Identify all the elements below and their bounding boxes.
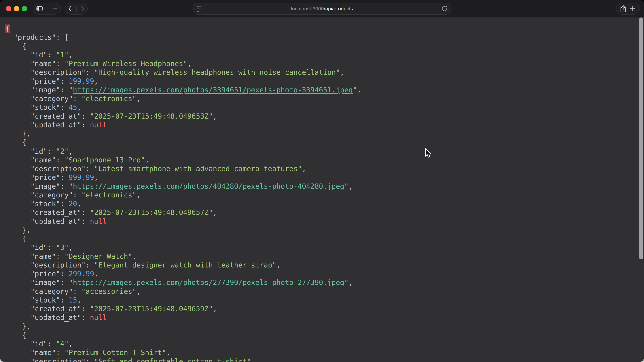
- sidebar-button-group: [33, 3, 61, 14]
- forward-button[interactable]: [81, 6, 84, 12]
- navigation-button-group: [65, 3, 88, 14]
- browser-window: localhost:3000/api/products: [0, 0, 644, 362]
- reload-button[interactable]: [442, 6, 448, 12]
- sidebar-toggle-icon: [36, 6, 43, 11]
- chevron-left-icon: [68, 6, 72, 12]
- share-button[interactable]: [620, 5, 626, 12]
- chevron-down-icon: [53, 7, 57, 10]
- plus-icon: [630, 6, 636, 12]
- address-bar[interactable]: localhost:3000/api/products: [192, 3, 452, 15]
- nav-divider: [76, 5, 77, 12]
- new-tab-button[interactable]: [630, 6, 636, 12]
- page-format-button[interactable]: [196, 6, 202, 12]
- page-format-icon: [196, 6, 202, 12]
- sidebar-menu-button[interactable]: [53, 7, 57, 10]
- url-text: localhost:3000/api/products: [193, 6, 451, 11]
- traffic-lights: [6, 6, 27, 11]
- json-body: { "products": [ { "id": "1", "name": "Pr…: [0, 17, 644, 362]
- share-icon: [620, 5, 626, 12]
- chevron-right-icon: [81, 6, 84, 12]
- page-content: { "products": [ { "id": "1", "name": "Pr…: [0, 17, 644, 362]
- url-host: localhost:3000: [291, 6, 324, 11]
- share-tab-group: [616, 3, 640, 14]
- back-button[interactable]: [68, 6, 72, 12]
- toolbar: localhost:3000/api/products: [0, 0, 644, 17]
- find-match-highlight: {: [5, 24, 10, 33]
- json-link[interactable]: https://images.pexels.com/photos/404280/…: [73, 182, 344, 190]
- close-button[interactable]: [6, 6, 12, 11]
- json-link[interactable]: https://images.pexels.com/photos/3394651…: [73, 86, 353, 94]
- minimize-button[interactable]: [14, 6, 19, 11]
- url-path: /api/products: [324, 6, 353, 11]
- scrollbar-thumb[interactable]: [639, 17, 643, 259]
- json-link[interactable]: https://images.pexels.com/photos/277390/…: [73, 278, 344, 287]
- sidebar-toggle-button[interactable]: [36, 6, 43, 11]
- reload-icon: [442, 6, 448, 12]
- zoom-button[interactable]: [22, 6, 27, 11]
